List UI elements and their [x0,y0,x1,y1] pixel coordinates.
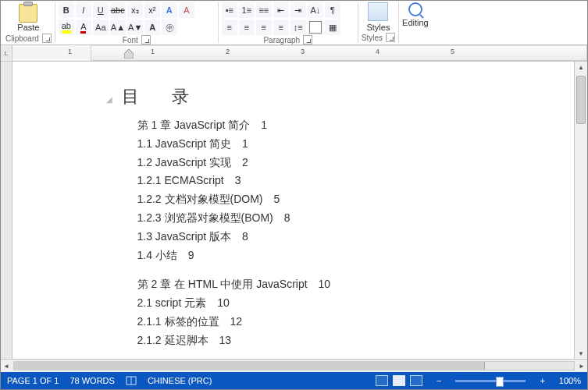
ruler-vertical[interactable] [1,62,12,359]
paragraph-group-label: Paragraph [263,36,300,44]
status-proofing[interactable] [126,375,137,386]
toc-body: 第 1 章 JavaScript 简介11.1 JavaScript 简史11.… [137,116,497,350]
align-center-button[interactable]: ≡ [239,20,255,35]
justify-button[interactable]: ≡ [273,20,289,35]
zoom-in-button[interactable]: + [536,376,547,385]
shading-button[interactable] [308,20,323,35]
character-shading-button[interactable]: A [144,20,160,35]
toc-line: 1.2.1 ECMAScript3 [137,172,497,190]
group-editing: Editing [399,2,432,43]
sort-button[interactable]: A↓ [308,2,323,18]
toc-entry-page: 3 [235,174,241,186]
scroll-up-button[interactable]: ▲ [576,62,586,73]
clipboard-launcher-icon[interactable] [42,34,52,43]
zoom-out-button[interactable]: − [433,376,444,385]
clear-formatting-button[interactable]: A [179,2,194,18]
toc-entry-page: 12 [230,315,243,328]
toc-entry-text: 1.2.3 浏览器对象模型(BOM) [137,211,273,224]
toc-line: 2.1 script 元素10 [137,294,497,313]
scrollbar-vertical[interactable]: ▲ ▼ [574,62,587,359]
line-spacing-button[interactable]: ↕≡ [290,20,306,35]
paste-label: Paste [17,23,39,32]
toc-entry-text: 1.3 JavaScript 版本 [137,230,232,243]
borders-button[interactable]: ▦ [325,20,340,35]
scroll-right-button[interactable]: ► [576,360,587,371]
toc-line: 1.4 小结9 [137,246,497,265]
numbering-button[interactable]: 1≡ [239,2,255,18]
status-language[interactable]: CHINESE (PRC) [148,376,212,385]
editing-button[interactable]: Editing [402,18,429,27]
underline-button[interactable]: U [93,2,109,18]
zoom-slider[interactable] [455,380,526,382]
toc-entry-text: 2.1 script 元素 [137,296,207,309]
toc-entry-page: 13 [219,334,232,346]
font-color-button[interactable]: A [76,20,91,35]
zoom-slider-knob[interactable] [496,377,504,387]
highlight-button[interactable]: ab [59,20,74,35]
find-icon [408,2,422,16]
styles-button[interactable]: Styles [366,23,390,32]
ribbon: Paste Clipboard B I U abc x₂ x² A A ab A… [1,1,587,45]
read-mode-button[interactable] [376,375,388,386]
styles-launcher-icon[interactable] [386,33,395,42]
toc-entry-page: 10 [217,296,230,309]
toc-title: ◢目 录 [106,85,497,108]
ruler-horizontal: L 1 1 2 3 4 5 [1,45,587,62]
status-bar: PAGE 1 OF 1 78 WORDS CHINESE (PRC) − + 1… [1,372,587,389]
toc-line: 1.2.2 文档对象模型(DOM)5 [137,190,497,209]
group-font: B I U abc x₂ x² A A ab A Aa A▲ A▼ A ㊥ Fo… [55,2,219,43]
strikethrough-button[interactable]: abc [110,2,126,18]
increase-indent-button[interactable]: ⇥ [290,2,306,18]
paste-button[interactable]: Paste [14,2,42,34]
shrink-font-button[interactable]: A▼ [127,20,143,35]
zoom-level[interactable]: 100% [559,376,581,385]
book-icon [126,375,137,386]
align-right-button[interactable]: ≡ [256,20,272,35]
ruler-scale[interactable]: 1 1 2 3 4 5 [91,45,587,61]
toc-entry-text: 1.2 JavaScript 实现 [137,156,232,168]
align-left-button[interactable]: ≡ [222,20,237,35]
web-layout-button[interactable] [410,375,422,386]
enclose-characters-button[interactable]: ㊥ [162,20,177,35]
superscript-button[interactable]: x² [144,2,160,18]
clipboard-group-label: Clipboard [5,34,39,43]
bullets-button[interactable]: •≡ [222,2,237,18]
print-layout-button[interactable] [393,375,405,386]
grow-font-button[interactable]: A▲ [110,20,126,35]
decrease-indent-button[interactable]: ⇤ [273,2,289,18]
group-clipboard: Paste Clipboard [2,2,55,43]
scroll-left-button[interactable]: ◄ [1,360,12,371]
toc-entry-page: 10 [319,278,331,290]
scroll-down-button[interactable]: ▼ [576,348,586,359]
paragraph-mark-icon: ◢ [106,95,112,104]
italic-button[interactable]: I [76,2,91,18]
toc-line: 1.2 JavaScript 实现2 [137,154,497,172]
ruler-corner: L [1,45,12,61]
text-effects-button[interactable]: A [162,2,177,18]
scroll-thumb-vertical[interactable] [576,76,586,124]
status-words[interactable]: 78 WORDS [69,376,114,385]
toc-entry-text: 第 2 章 在 HTML 中使用 JavaScript [137,278,308,290]
scrollbar-horizontal[interactable]: ◄ ► [1,359,587,372]
toc-entry-page: 8 [242,230,248,243]
toc-entry-text: 1.1 JavaScript 简史 [137,137,232,150]
font-launcher-icon[interactable] [141,35,151,44]
toc-entry-text: 1.2.1 ECMAScript [137,174,224,186]
subscript-button[interactable]: x₂ [127,2,143,18]
multilevel-list-button[interactable]: ≡≡ [256,2,272,18]
toc-entry-text: 1.2.2 文档对象模型(DOM) [137,193,263,205]
toc-entry-text: 1.4 小结 [137,249,177,261]
show-marks-button[interactable]: ¶ [325,2,340,18]
paragraph-launcher-icon[interactable] [303,35,312,44]
toc-entry-text: 2.1.2 延迟脚本 [137,334,208,346]
document-area: ◢目 录 第 1 章 JavaScript 简介11.1 JavaScript … [1,62,587,359]
change-case-button[interactable]: Aa [93,20,109,35]
indent-marker-icon[interactable] [124,49,134,58]
status-page[interactable]: PAGE 1 OF 1 [7,376,59,385]
toc-entry-page: 1 [242,137,248,150]
bold-button[interactable]: B [59,2,74,18]
clipboard-icon [19,4,37,23]
styles-group-label: Styles [362,34,383,42]
scroll-thumb-horizontal[interactable] [14,362,485,370]
page-viewport[interactable]: ◢目 录 第 1 章 JavaScript 简介11.1 JavaScript … [12,62,574,359]
